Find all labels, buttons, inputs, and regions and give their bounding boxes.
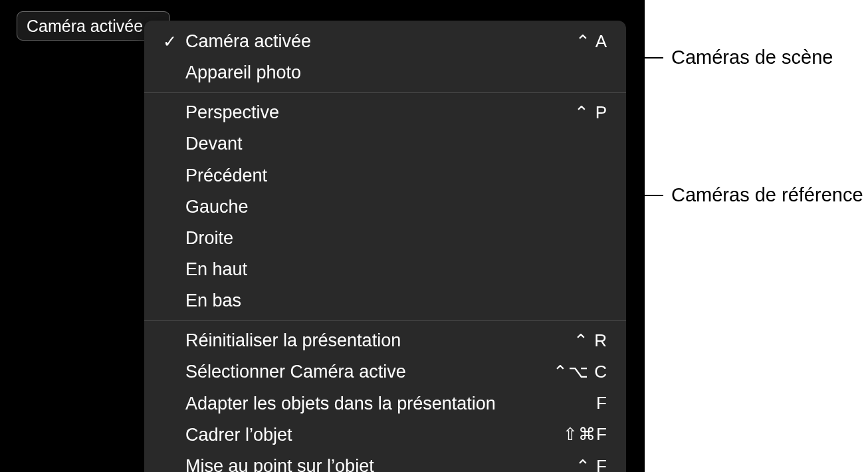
checkmark-icon: ✓: [163, 29, 185, 53]
menu-item-fit-objects[interactable]: Adapter les objets dans la présentation …: [144, 388, 626, 419]
menu-item-perspective[interactable]: Perspective ⌃ P: [144, 97, 626, 128]
menu-item-front[interactable]: Devant: [144, 128, 626, 160]
menu-item-label: Droite: [185, 225, 597, 251]
menu-item-top[interactable]: En haut: [144, 254, 626, 285]
menu-item-label: Appareil photo: [185, 60, 597, 86]
menu-item-label: En haut: [185, 257, 597, 283]
menu-item-focus-object[interactable]: Mise au point sur l’objet ⌃ F: [144, 451, 626, 472]
menu-item-label: Réinitialiser la présentation: [185, 328, 563, 354]
menu-separator: [144, 320, 626, 321]
callout-scene-cameras: Caméras de scène: [671, 47, 833, 68]
menu-item-left[interactable]: Gauche: [144, 191, 626, 223]
menu-item-shortcut: ⌃ A: [576, 29, 607, 55]
menu-item-frame-object[interactable]: Cadrer l’objet ⇧⌘F: [144, 419, 626, 451]
menu-item-right[interactable]: Droite: [144, 223, 626, 254]
menu-item-select-active-camera[interactable]: Sélectionner Caméra active ⌃⌥ C: [144, 356, 626, 388]
camera-menu: ✓ Caméra activée ⌃ A Appareil photo Pers…: [144, 21, 626, 472]
menu-item-shortcut: ⌃ F: [576, 454, 607, 472]
menu-item-camera-active[interactable]: ✓ Caméra activée ⌃ A: [144, 26, 626, 57]
menu-separator: [144, 92, 626, 93]
menu-item-label: Précédent: [185, 163, 597, 189]
menu-item-label: Sélectionner Caméra active: [185, 359, 542, 385]
menu-item-shortcut: ⌃ R: [574, 328, 607, 354]
menu-item-label: Caméra activée: [185, 29, 565, 55]
menu-item-shortcut: ⌃⌥ C: [553, 360, 607, 385]
menu-item-bottom[interactable]: En bas: [144, 285, 626, 316]
menu-item-label: En bas: [185, 288, 597, 314]
menu-item-reset-view[interactable]: Réinitialiser la présentation ⌃ R: [144, 325, 626, 356]
menu-item-shortcut: ⇧⌘F: [563, 422, 607, 447]
menu-item-shortcut: F: [596, 391, 607, 416]
menu-item-label: Devant: [185, 131, 597, 157]
callout-line: [637, 57, 663, 59]
menu-item-label: Adapter les objets dans la présentation: [185, 391, 586, 417]
camera-dropdown-label: Caméra activée: [27, 17, 143, 36]
menu-item-label: Gauche: [185, 194, 597, 220]
menu-item-back[interactable]: Précédent: [144, 160, 626, 191]
menu-item-shortcut: ⌃ P: [574, 100, 607, 126]
callout-reference-cameras: Caméras de référence: [671, 184, 863, 206]
callout-line: [637, 195, 663, 196]
menu-item-camera-photo[interactable]: Appareil photo: [144, 57, 626, 88]
menu-item-label: Mise au point sur l’objet: [185, 453, 565, 472]
bracket-reference-cameras: [627, 98, 637, 291]
menu-item-label: Perspective: [185, 100, 564, 126]
bracket-scene-cameras: [627, 30, 637, 86]
menu-item-label: Cadrer l’objet: [185, 422, 552, 448]
